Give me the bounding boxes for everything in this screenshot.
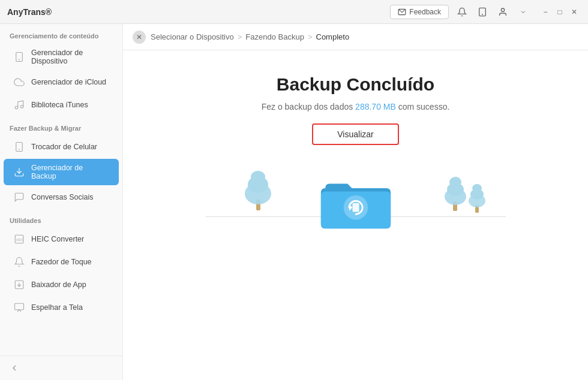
sidebar-item-heic-converter[interactable]: HEIC HEIC Converter [4,228,119,250]
breadcrumb-step1: Selecionar o Dispositivo [151,32,234,41]
sidebar-item-label: Gerenciador de Dispositivo [31,49,109,65]
cloud-icon [13,76,25,88]
download-icon [13,279,25,291]
main-content: Backup Concluído Fez o backup dos dados … [123,50,588,380]
titlebar-left: AnyTrans® [7,7,52,17]
user-avatar[interactable] [494,4,511,20]
backup-subtitle: Fez o backup dos dados 288.70 MB com suc… [262,102,450,111]
screen-icon [13,301,25,313]
heic-icon: HEIC [13,233,25,245]
tree-right [441,173,470,217]
chevron-down-icon[interactable] [515,4,532,20]
sidebar: Gerenciamento de conteúdo Gerenciador de… [0,24,123,380]
sidebar-item-espelhar-tela[interactable]: Espelhar a Tela [4,297,119,318]
restore-button[interactable]: □ [553,5,566,19]
sidebar-item-label: Fazedor de Toque [31,258,92,266]
close-button[interactable]: ✕ [568,5,581,19]
breadcrumb: Selecionar o Dispositivo > Fazendo Backu… [151,32,349,41]
sidebar-item-label: Baixador de App [31,281,86,289]
breadcrumb-bar: ✕ Selecionar o Dispositivo > Fazendo Bac… [123,24,588,50]
tablet-icon[interactable] [474,4,491,20]
minimize-button[interactable]: − [539,5,552,19]
illustration [206,169,506,235]
collapse-button[interactable] [10,363,113,373]
breadcrumb-step2: Fazendo Backup [245,32,304,41]
tree-right-2 [466,182,488,218]
sidebar-item-trocador-celular[interactable]: Trocador de Celular [4,136,119,158]
feedback-button[interactable]: Feedback [390,5,449,19]
svg-text:HEIC: HEIC [16,238,24,242]
app-title: AnyTrans® [7,7,52,17]
sidebar-item-gerenciador-backup[interactable]: Gerenciador de Backup [4,159,119,185]
svg-point-6 [15,106,18,109]
sidebar-item-label: Biblioteca iTunes [31,101,88,109]
main-layout: Gerenciamento de conteúdo Gerenciador de… [0,24,588,380]
backup-icon [13,166,25,178]
sidebar-item-baixador-app[interactable]: Baixador de App [4,274,119,295]
sidebar-item-gerenciador-icloud[interactable]: Gerenciador de iCloud [4,71,119,93]
section4-label: Utilidades [0,209,122,228]
breadcrumb-close-button[interactable]: ✕ [133,31,146,44]
close-icon: ✕ [136,33,142,41]
section2-label: Fazer Backup & Migrar [0,116,122,135]
chat-icon [13,191,25,203]
feedback-label: Feedback [409,8,441,16]
sidebar-item-fazedor-toque[interactable]: Fazedor de Toque [4,251,119,273]
phone-icon [13,141,25,153]
svg-point-19 [251,171,265,183]
sidebar-item-label: HEIC Converter [31,235,84,243]
breadcrumb-step3: Completo [316,32,350,41]
chevron-left-icon [10,363,19,373]
sidebar-bottom [0,355,122,380]
backup-subtitle-post: com sucesso. [396,102,449,111]
svg-rect-15 [15,303,24,310]
svg-point-31 [472,184,482,192]
titlebar: AnyTrans® Feedback − □ ✕ [0,0,588,24]
sidebar-item-label: Trocador de Celular [31,143,97,151]
titlebar-icons [454,4,532,20]
svg-rect-23 [352,203,359,212]
sidebar-item-biblioteca-itunes[interactable]: Biblioteca iTunes [4,94,119,116]
content-area: ✕ Selecionar o Dispositivo > Fazendo Bac… [123,24,588,380]
device-icon [13,51,25,63]
titlebar-right: Feedback − □ ✕ [390,4,581,20]
sidebar-item-gerenciador-dispositivo[interactable]: Gerenciador de Dispositivo [4,44,119,70]
sidebar-item-conversas-sociais[interactable]: Conversas Sociais [4,186,119,208]
svg-point-27 [449,177,461,188]
backup-title: Backup Concluído [277,74,434,95]
mail-icon [398,8,406,16]
visualize-button[interactable]: Visualizar [312,123,398,145]
sidebar-item-label: Espelhar a Tela [31,303,83,312]
backup-folder [320,169,392,235]
music-icon [13,99,25,111]
tree-left [242,167,275,217]
section1-label: Gerenciamento de conteúdo [0,24,122,43]
backup-size: 288.70 MB [355,102,396,111]
ringtone-icon [13,256,25,268]
breadcrumb-sep2: > [308,32,313,41]
sidebar-item-label: Conversas Sociais [31,193,94,201]
svg-point-7 [20,105,23,108]
backup-subtitle-pre: Fez o backup dos dados [262,102,355,111]
notification-icon[interactable] [454,4,470,20]
sidebar-item-label: Gerenciador de Backup [31,164,109,180]
sidebar-item-label: Gerenciador de iCloud [31,78,106,86]
svg-point-3 [501,8,504,11]
breadcrumb-sep1: > [238,32,242,41]
